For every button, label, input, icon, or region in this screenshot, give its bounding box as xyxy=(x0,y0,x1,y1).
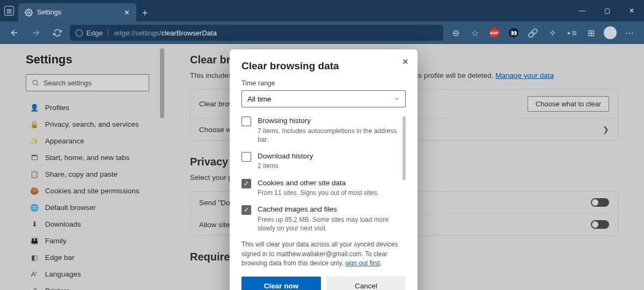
browser-tab[interactable]: Settings ✕ xyxy=(18,3,136,21)
edge-site-identity: Edge xyxy=(75,29,103,37)
item-desc: 2 items xyxy=(258,162,313,170)
more-menu-icon[interactable]: ⋯ xyxy=(620,25,639,41)
titlebar-left: ▥ xyxy=(0,0,18,21)
checkbox[interactable]: ✓ xyxy=(241,205,251,215)
chevron-down-icon xyxy=(393,96,400,102)
back-button[interactable] xyxy=(5,25,24,41)
tab-actions-icon[interactable]: ▥ xyxy=(4,6,14,16)
item-desc: 7 items. Includes autocompletions in the… xyxy=(258,127,399,144)
cancel-button[interactable]: Cancel xyxy=(326,277,406,290)
item-label: Cookies and other site data xyxy=(258,178,379,188)
time-range-select[interactable]: All time xyxy=(241,90,406,107)
extension-icon[interactable]: 👀 xyxy=(504,25,523,41)
list-scrollbar[interactable] xyxy=(402,116,406,180)
favorite-icon[interactable]: ☆ xyxy=(466,25,484,41)
toolbar-right-icons: ⊖ ☆ ABP 👀 🔗 ✧ ⋆≡ ⊞ ⋯ xyxy=(447,25,639,41)
sign-out-link[interactable]: sign out first xyxy=(345,259,380,267)
url-text: edge://settings/clearBrowserData xyxy=(114,29,217,37)
data-type-list: Browsing history7 items. Includes autoco… xyxy=(241,116,406,233)
abp-extension-icon[interactable]: ABP xyxy=(485,25,503,41)
collections-icon[interactable]: ⊞ xyxy=(582,25,600,41)
item-label: Cached images and files xyxy=(258,205,399,214)
extensions-icon[interactable]: ✧ xyxy=(543,25,561,41)
data-type-item[interactable]: Download history2 items xyxy=(241,151,399,171)
refresh-button[interactable] xyxy=(48,25,67,41)
close-window-button[interactable]: ✕ xyxy=(619,0,644,21)
forward-button[interactable] xyxy=(27,25,45,41)
zoom-out-icon[interactable]: ⊖ xyxy=(447,25,465,41)
clear-now-button[interactable]: Clear now xyxy=(241,277,321,290)
minimize-button[interactable]: ― xyxy=(570,0,595,21)
svg-point-1 xyxy=(76,30,83,37)
data-type-item[interactable]: Browsing history7 items. Includes autoco… xyxy=(241,116,399,144)
dialog-buttons: Clear now Cancel xyxy=(241,277,406,290)
data-type-item[interactable]: ✓Cookies and other site dataFrom 11 site… xyxy=(241,178,399,198)
svg-point-0 xyxy=(28,11,30,13)
select-value: All time xyxy=(247,95,271,103)
gear-icon xyxy=(25,9,33,17)
checkbox[interactable]: ✓ xyxy=(241,179,251,189)
profile-avatar[interactable] xyxy=(601,25,619,41)
item-label: Download history xyxy=(258,151,313,161)
item-desc: Frees up 85.2 MB. Some sites may load mo… xyxy=(258,215,399,233)
time-range-label: Time range xyxy=(241,79,406,87)
clear-browsing-data-dialog: ✕ Clear browsing data Time range All tim… xyxy=(230,49,418,290)
maximize-button[interactable]: ▢ xyxy=(595,0,619,21)
new-tab-button[interactable]: ＋ xyxy=(136,3,153,21)
item-desc: From 11 sites. Signs you out of most sit… xyxy=(258,189,379,197)
checkbox[interactable] xyxy=(241,117,251,126)
item-label: Browsing history xyxy=(258,116,399,126)
checkbox[interactable] xyxy=(241,152,251,162)
address-bar[interactable]: Edge edge://settings/clearBrowserData xyxy=(70,25,443,41)
browser-toolbar: Edge edge://settings/clearBrowserData ⊖ … xyxy=(0,21,644,44)
tab-title: Settings xyxy=(37,9,61,16)
window-controls: ― ▢ ✕ xyxy=(570,0,644,21)
dialog-title: Clear browsing data xyxy=(241,60,406,72)
dialog-close-icon[interactable]: ✕ xyxy=(402,57,409,67)
sync-note: This will clear your data across all you… xyxy=(241,240,406,268)
data-type-item[interactable]: ✓Cached images and filesFrees up 85.2 MB… xyxy=(241,205,399,233)
favorites-bar-icon[interactable]: ⋆≡ xyxy=(562,25,581,41)
link-icon[interactable]: 🔗 xyxy=(524,25,542,41)
separator xyxy=(108,28,108,37)
window-titlebar: ▥ Settings ✕ ＋ ― ▢ ✕ xyxy=(0,0,644,21)
tab-close-icon[interactable]: ✕ xyxy=(124,9,130,17)
